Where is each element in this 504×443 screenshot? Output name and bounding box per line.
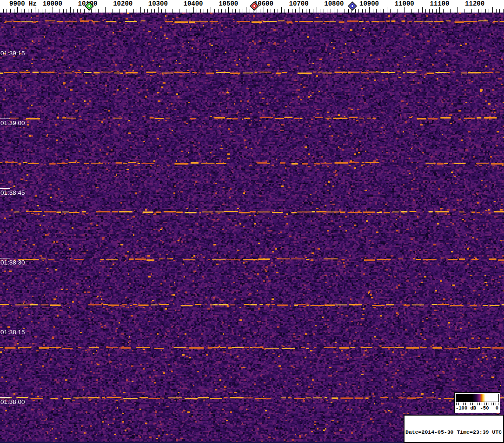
freq-tick: [95, 9, 95, 13]
freq-tick: [482, 9, 482, 13]
freq-tick: [278, 9, 278, 13]
color-scale-labels: -100 dB -50 0: [455, 405, 500, 411]
freq-tick: [221, 9, 222, 13]
freq-tick: [327, 9, 327, 13]
freq-tick: [154, 9, 155, 13]
freq-tick: [70, 7, 71, 13]
freq-tick: [207, 9, 208, 13]
freq-tick: [475, 7, 475, 13]
blue-diamond-marker[interactable]: [348, 1, 357, 11]
freq-tick: [324, 9, 324, 13]
freq-tick: [186, 9, 186, 13]
time-tick: [0, 188, 10, 189]
freq-tick: [429, 9, 430, 13]
freq-tick: [436, 9, 437, 13]
freq-tick: [292, 9, 292, 13]
freq-tick: [478, 9, 479, 13]
freq-tick: [331, 9, 331, 13]
freq-tick: [496, 9, 497, 13]
freq-tick: [10, 9, 11, 13]
freq-tick: [369, 7, 370, 13]
freq-tick: [338, 9, 338, 13]
freq-tick: [274, 9, 275, 13]
freq-tick: [3, 9, 4, 13]
freq-label: 11200: [465, 0, 484, 7]
freq-tick: [432, 9, 433, 13]
freq-tick: [457, 7, 458, 13]
legend-mid-label: -50: [480, 405, 489, 411]
freq-label: 10900: [359, 0, 379, 7]
freq-tick: [285, 9, 285, 13]
freq-tick: [408, 9, 408, 13]
time-label: 01:38:30: [0, 259, 25, 266]
freq-tick: [235, 9, 236, 13]
freq-tick: [387, 7, 387, 13]
freq-tick: [422, 7, 423, 13]
freq-tick: [158, 7, 159, 13]
freq-tick: [401, 9, 401, 13]
freq-tick: [380, 9, 380, 13]
freq-tick: [485, 9, 486, 13]
freq-tick: [140, 7, 141, 13]
time-label: 01:38:00: [0, 398, 25, 405]
freq-tick: [126, 9, 127, 13]
freq-tick: [295, 9, 296, 13]
freq-tick: [264, 7, 264, 13]
time-label: 01:39:00: [0, 119, 25, 126]
freq-tick: [35, 7, 35, 13]
freq-label: 10700: [289, 0, 309, 7]
freq-tick: [169, 9, 169, 13]
frequency-axis: 9900 Hz100001010010200103001040010500106…: [0, 0, 504, 13]
freq-tick: [334, 7, 334, 13]
freq-tick: [204, 9, 204, 13]
freq-label: 11000: [395, 0, 414, 7]
time-tick: [0, 397, 10, 398]
time-tick: [0, 328, 10, 328]
freq-tick: [197, 9, 197, 13]
freq-tick: [447, 9, 447, 13]
freq-tick: [116, 9, 116, 13]
freq-tick: [425, 9, 426, 13]
time-tick: [0, 119, 10, 119]
freq-tick: [503, 9, 504, 13]
legend-max-label: 0: [496, 405, 498, 411]
spectrogram-waterfall: [0, 13, 504, 443]
freq-tick: [228, 7, 229, 13]
freq-tick: [137, 9, 137, 13]
freq-tick: [123, 7, 123, 13]
freq-tick: [246, 7, 246, 13]
freq-tick: [390, 9, 391, 13]
freq-tick: [345, 9, 345, 13]
freq-tick: [450, 9, 451, 13]
legend-min-label: -100 dB: [456, 405, 476, 411]
freq-label: 10800: [324, 0, 344, 7]
freq-tick: [193, 7, 194, 13]
time-label: 01:39:15: [0, 50, 25, 57]
freq-tick: [492, 7, 493, 13]
spectrum-lab-window: 9900 Hz100001010010200103001040010500106…: [0, 0, 504, 443]
time-label: 01:38:45: [0, 189, 25, 196]
freq-tick: [317, 7, 317, 13]
red-diamond-marker[interactable]: [250, 1, 259, 11]
freq-tick: [28, 9, 28, 13]
freq-tick: [468, 9, 468, 13]
freq-tick: [341, 9, 341, 13]
time-tick: [0, 49, 10, 49]
freq-tick: [200, 9, 201, 13]
freq-tick: [267, 9, 268, 13]
freq-tick: [161, 9, 162, 13]
freq-tick: [21, 9, 21, 13]
freq-tick: [439, 7, 440, 13]
freq-tick: [373, 9, 373, 13]
freq-tick: [358, 9, 359, 13]
freq-tick: [172, 9, 172, 13]
freq-tick: [239, 9, 239, 13]
freq-tick: [471, 9, 472, 13]
freq-tick: [411, 9, 412, 13]
green-diamond-marker[interactable]: [85, 1, 94, 11]
freq-tick: [243, 9, 243, 13]
freq-tick: [394, 9, 394, 13]
freq-tick: [418, 9, 419, 13]
color-scale-gradient: [456, 394, 499, 402]
freq-tick: [133, 9, 134, 13]
